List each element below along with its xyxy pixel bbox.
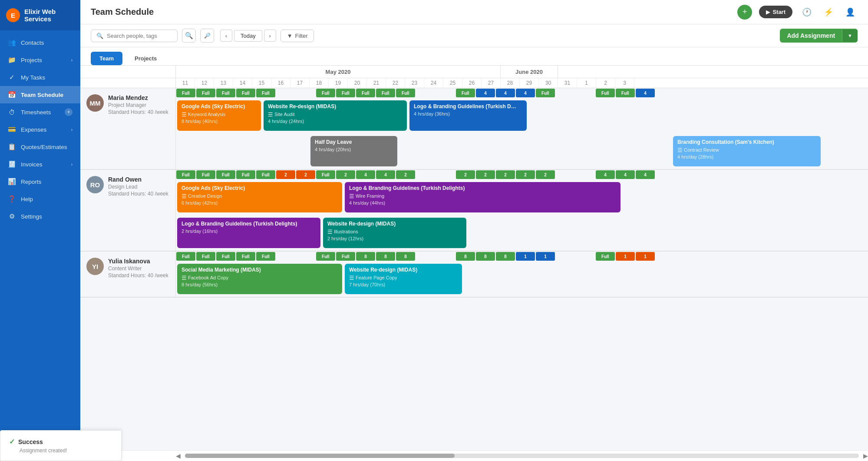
block-subtitle: ☰Contract Review	[677, 147, 816, 153]
block-title: Social Media Marketing (MIDAS)	[182, 267, 338, 274]
day-label-31: 31	[558, 78, 577, 88]
search-box: 🔍	[91, 30, 178, 42]
assign-block-maria-0-2[interactable]: Logo & Branding Guidelines (Turkish D…4 …	[409, 100, 527, 131]
badge-cell-maria-13	[436, 89, 455, 97]
tab-projects[interactable]: Projects	[126, 52, 165, 65]
sidebar-item-expenses[interactable]: 💳 Expenses ›	[0, 121, 80, 138]
sidebar-label-settings: Settings	[21, 213, 42, 220]
badge-cell-rand-17: 2	[516, 170, 535, 179]
badge-cell-rand-3: Full	[236, 170, 255, 179]
top-header: Team Schedule + ▶ Start 🕐 ⚡ 👤	[80, 0, 868, 24]
badge-cell-rand-14: 2	[456, 170, 475, 179]
start-button[interactable]: ▶ Start	[759, 6, 792, 18]
block-title: Website Re-design (MIDAS)	[268, 103, 403, 110]
block-subtitle: ☰Facebook Ad Copy	[182, 275, 338, 281]
sidebar-item-contacts[interactable]: 👥 Contacts	[0, 34, 80, 51]
badge-cell-rand-20	[576, 170, 595, 179]
scroll-right-button[interactable]: ▶	[863, 452, 868, 459]
day-label-28: 28	[501, 78, 520, 88]
person-row-yulia: YI Yulia Iskanova Content Writer Standar…	[80, 252, 868, 298]
person-info-maria: MM Maria Mendez Project Manager Standard…	[80, 88, 176, 169]
search-input[interactable]	[107, 33, 172, 39]
avatar-maria: MM	[86, 94, 104, 112]
sidebar-item-team-schedule[interactable]: 📅 Team Schedule	[0, 86, 80, 103]
block-hours: 4 hrs/day (36hrs)	[414, 111, 522, 116]
day-label-25: 25	[443, 78, 462, 88]
block-hours: 2 hrs/day (16hrs)	[182, 229, 316, 234]
assign-block-rand-1-0[interactable]: Logo & Branding Guidelines (Turkish Deli…	[177, 218, 320, 248]
badge-cell-yulia-22: 1	[616, 252, 635, 261]
calendar-wrapper: May 2020June 2020 1112131415161718192021…	[80, 66, 868, 450]
assign-block-maria-1-0[interactable]: Half Day Leave4 hrs/day (20hrs)	[310, 136, 397, 166]
sidebar-item-invoices[interactable]: 🧾 Invoices ›	[0, 156, 80, 173]
block-title: Google Ads (Sky Electric)	[182, 103, 257, 110]
badge-cell-yulia-20	[576, 252, 595, 261]
badge-cell-maria-1: Full	[196, 89, 215, 97]
assign-block-yulia-0-0[interactable]: Social Media Marketing (MIDAS)☰Facebook …	[177, 264, 342, 294]
assign-block-maria-0-0[interactable]: Google Ads (Sky Electric)☰Keyword Analys…	[177, 100, 261, 131]
assign-block-rand-1-1[interactable]: Website Re-design (MIDAS)☰Illustrations2…	[323, 218, 466, 248]
badge-cell-yulia-2: Full	[216, 252, 235, 261]
sidebar-item-settings[interactable]: ⚙ Settings	[0, 208, 80, 225]
assign-block-maria-0-1[interactable]: Website Re-design (MIDAS)☰Site Audit4 hr…	[264, 100, 407, 131]
add-assignment-button[interactable]: Add Assignment ▼	[780, 29, 858, 43]
badge-cell-yulia-7: Full	[316, 252, 335, 261]
day-label-27: 27	[482, 78, 501, 88]
user-icon-button[interactable]: 👤	[843, 5, 858, 20]
badge-cell-yulia-18: 1	[536, 252, 555, 261]
sidebar-item-projects[interactable]: 📁 Projects ›	[0, 51, 80, 69]
badge-cell-yulia-4: Full	[256, 252, 275, 261]
block-title: Website Re-design (MIDAS)	[327, 221, 462, 228]
badge-cell-maria-18: Full	[536, 89, 555, 97]
badge-cell-yulia-3: Full	[236, 252, 255, 261]
badge-cell-rand-15: 2	[476, 170, 495, 179]
sidebar-item-reports[interactable]: 📊 Reports	[0, 173, 80, 190]
badge-cell-rand-16: 2	[496, 170, 515, 179]
sidebar-item-help[interactable]: ❓ Help	[0, 190, 80, 208]
day-label-20: 20	[348, 78, 367, 88]
view-tabs: TeamProjects	[80, 47, 868, 66]
sidebar-item-timesheets[interactable]: ⏱ Timesheets +	[0, 103, 80, 121]
assign-block-rand-0-0[interactable]: Google Ads (Sky Electric)☰Creative Desig…	[177, 182, 342, 212]
person-col-spacer	[80, 66, 176, 78]
badge-cell-rand-7: Full	[316, 170, 335, 179]
day-label-17: 17	[290, 78, 310, 88]
next-date-button[interactable]: ›	[264, 30, 276, 42]
assign-block-yulia-0-1[interactable]: Website Re-design (MIDAS)☰Feature Page C…	[345, 264, 462, 294]
timesheets-icon: ⏱	[8, 109, 16, 116]
block-hours: 2 hrs/day (12hrs)	[327, 236, 462, 241]
badge-cell-rand-10: 4	[376, 170, 395, 179]
sidebar-item-quotes-estimates[interactable]: 📋 Quotes/Estimates	[0, 138, 80, 156]
blocks-row-rand-1: Logo & Branding Guidelines (Turkish Deli…	[176, 215, 868, 251]
block-title: Logo & Branding Guidelines (Turkish Deli…	[349, 185, 616, 192]
add-icon-button[interactable]: +	[737, 5, 752, 20]
badge-cell-maria-4: Full	[256, 89, 275, 97]
tab-team[interactable]: Team	[91, 52, 122, 65]
sidebar-logo[interactable]: E Elixir Web Services	[0, 0, 80, 30]
expenses-icon: 💳	[8, 126, 16, 133]
person-row-rand: RO Rand Owen Design Lead Standard Hours:…	[80, 170, 868, 252]
clock-icon-button[interactable]: 🕐	[799, 5, 814, 20]
lightning-icon-button[interactable]: ⚡	[821, 5, 836, 20]
sidebar: E Elixir Web Services 👥 Contacts 📁 Proje…	[0, 0, 80, 461]
assign-block-rand-0-1[interactable]: Logo & Branding Guidelines (Turkish Deli…	[345, 182, 620, 212]
block-hours: 8 hrs/day (56hrs)	[182, 282, 338, 287]
block-subtitle: ☰Feature Page Copy	[349, 275, 458, 281]
badge-cell-rand-2: Full	[216, 170, 235, 179]
zoom-out-button[interactable]: 🔎	[200, 29, 214, 43]
badge-cell-yulia-8: Full	[336, 252, 355, 261]
today-button[interactable]: Today	[234, 30, 262, 42]
person-name-yulia: Yulia Iskanova	[108, 258, 168, 265]
prev-date-button[interactable]: ‹	[220, 30, 232, 42]
filter-button[interactable]: ▼ Filter	[281, 30, 314, 42]
zoom-in-button[interactable]: 🔍	[182, 29, 196, 43]
month-label-June-2020: June 2020	[501, 66, 558, 78]
person-row-maria: MM Maria Mendez Project Manager Standard…	[80, 88, 868, 170]
sidebar-item-my-tasks[interactable]: ✓ My Tasks	[0, 69, 80, 86]
help-icon: ❓	[8, 195, 16, 203]
badge-cell-rand-8: 2	[336, 170, 355, 179]
scroll-left-button[interactable]: ◀	[176, 452, 181, 459]
reports-icon: 📊	[8, 178, 16, 186]
assign-block-maria-1-1[interactable]: Branding Consultation (Sam's Kitchen)☰Co…	[673, 136, 821, 166]
badge-cell-yulia-13	[436, 252, 455, 261]
